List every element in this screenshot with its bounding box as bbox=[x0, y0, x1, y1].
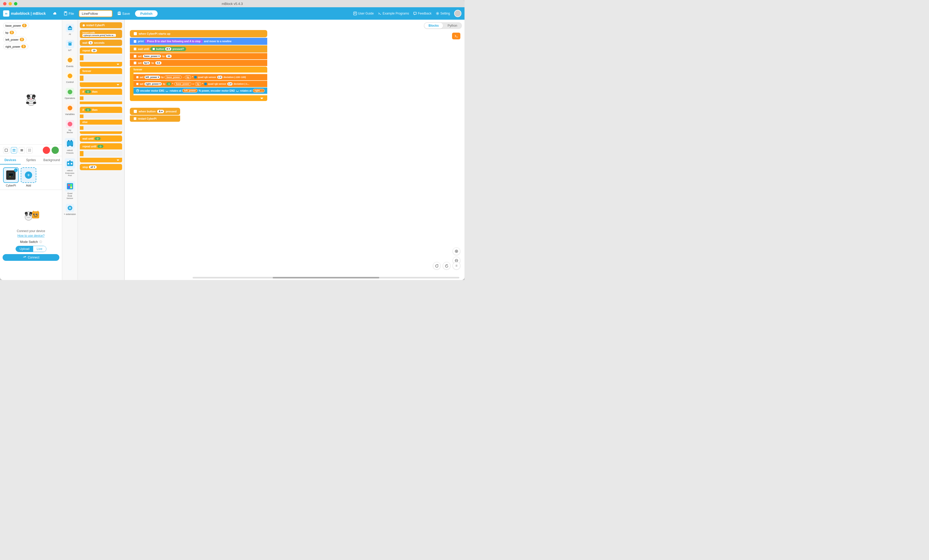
file-button[interactable]: File bbox=[61, 10, 76, 17]
block-print[interactable]: print Press B to start line following an… bbox=[130, 38, 267, 45]
panda-sprite bbox=[23, 91, 39, 107]
svg-point-19 bbox=[28, 103, 34, 106]
svg-rect-85 bbox=[134, 40, 136, 43]
cat-events[interactable]: Events bbox=[63, 54, 77, 70]
cyberpi-card[interactable]: × bbox=[3, 167, 19, 183]
reset-view-button[interactable] bbox=[433, 262, 441, 270]
block-set-right-power[interactable]: set right_power ▾ to -1 * base_power + k… bbox=[133, 81, 267, 87]
cat-operators[interactable]: Operators bbox=[63, 86, 77, 102]
close-button[interactable] bbox=[3, 2, 6, 5]
connect-button[interactable]: Connect bbox=[3, 254, 59, 261]
svg-point-39 bbox=[9, 176, 10, 177]
block-when-starts[interactable]: when CyberPi starts up bbox=[130, 30, 267, 37]
script-2: when button A ▾ pressed restart CyberPi bbox=[130, 108, 180, 122]
mode-buttons: Upload Live bbox=[15, 246, 46, 252]
block-forever-top[interactable]: forever bbox=[80, 68, 122, 74]
block-when-button-a[interactable]: when button A ▾ pressed bbox=[130, 108, 180, 115]
feedback-link[interactable]: Feedback bbox=[413, 12, 432, 15]
svg-point-16 bbox=[30, 98, 32, 100]
svg-rect-60 bbox=[69, 26, 71, 28]
block-set-base-power[interactable]: set base_power ▾ to 30 bbox=[130, 53, 267, 59]
cat-extension[interactable]: + extension bbox=[63, 202, 77, 218]
block-restart[interactable]: restart CyberPi bbox=[80, 22, 122, 28]
cat-mbot2-ext[interactable]: mBot2ExtensionPort bbox=[63, 156, 77, 179]
tab-sprites[interactable]: Sprites bbox=[21, 156, 41, 164]
cat-events-icon bbox=[66, 56, 74, 64]
var-name: left_power bbox=[5, 38, 19, 41]
cat-mbot2-chassis[interactable]: mBot2Chassis bbox=[63, 136, 77, 156]
block-repeat-until-top[interactable]: repeat until ◇ bbox=[80, 143, 122, 150]
tab-devices[interactable]: Devices bbox=[0, 156, 21, 164]
code-edit-button[interactable] bbox=[452, 33, 460, 39]
cat-control[interactable]: Control bbox=[63, 70, 77, 86]
cat-iot[interactable]: IoT bbox=[63, 38, 77, 54]
info-icon[interactable]: ⓘ bbox=[39, 240, 42, 244]
grid4-view-icon[interactable] bbox=[26, 147, 33, 153]
cyberpi-label: CyberPi bbox=[6, 184, 16, 187]
svg-rect-82 bbox=[70, 187, 72, 188]
run-button[interactable] bbox=[52, 147, 59, 154]
cat-mbot2-ext-label: mBot2ExtensionPort bbox=[65, 170, 74, 177]
block-if-then2[interactable]: if ◇ then bbox=[80, 107, 122, 113]
variable-kp[interactable]: kp 0 bbox=[3, 30, 16, 35]
tab-background[interactable]: Background bbox=[41, 156, 62, 164]
example-programs-link[interactable]: Example Programs bbox=[378, 12, 409, 15]
block-wait[interactable]: wait 1 seconds bbox=[80, 40, 122, 46]
cloud-button[interactable] bbox=[51, 10, 59, 17]
minimize-button[interactable] bbox=[9, 2, 12, 5]
block-restart-cyberpi[interactable]: restart CyberPi bbox=[130, 116, 180, 122]
upload-mode-btn[interactable]: Upload bbox=[16, 246, 33, 252]
maximize-button[interactable] bbox=[14, 2, 17, 5]
variable-right-power[interactable]: right_power 0 bbox=[3, 44, 28, 49]
fullscreen-button[interactable] bbox=[443, 262, 451, 270]
when-starts-label: when CyberPi starts up bbox=[139, 32, 170, 35]
block-repeat-top[interactable]: repeat 10 bbox=[80, 47, 122, 54]
svg-rect-71 bbox=[71, 140, 72, 142]
project-name-input[interactable] bbox=[79, 10, 112, 17]
svg-point-61 bbox=[69, 28, 70, 29]
add-device-button[interactable]: + bbox=[21, 167, 36, 183]
grid2-view-icon[interactable] bbox=[11, 147, 17, 153]
cat-ai[interactable]: AI bbox=[63, 22, 77, 38]
variable-base-power[interactable]: base_power 0 bbox=[3, 23, 29, 28]
canvas-area[interactable]: Blocks Python when CyberPi starts up pri… bbox=[125, 20, 464, 280]
var-value: 0 bbox=[22, 24, 27, 27]
single-view-icon[interactable] bbox=[3, 147, 9, 153]
stop-button[interactable] bbox=[43, 147, 50, 154]
list-view-icon[interactable] bbox=[19, 147, 25, 153]
tab-python[interactable]: Python bbox=[443, 23, 461, 29]
zoom-in-button[interactable] bbox=[452, 247, 460, 255]
tab-blocks[interactable]: Blocks bbox=[424, 23, 443, 29]
save-button[interactable]: Save bbox=[115, 10, 132, 17]
cat-quad-rgb[interactable]: QuadRGBSensor bbox=[63, 179, 77, 202]
cyberpi-close[interactable]: × bbox=[14, 168, 18, 172]
equals-button[interactable]: = bbox=[452, 262, 460, 270]
svg-rect-34 bbox=[28, 151, 29, 151]
user-guide-link[interactable]: User Guide bbox=[353, 12, 374, 15]
script-1: when CyberPi starts up print Press B to … bbox=[130, 30, 267, 101]
block-forever-label[interactable]: forever bbox=[130, 67, 267, 72]
cat-my-blocks[interactable]: MyBlocks bbox=[63, 118, 77, 136]
live-mode-btn[interactable]: Live bbox=[33, 246, 46, 252]
block-wait-until[interactable]: wait until ◇ bbox=[80, 135, 122, 142]
svg-point-67 bbox=[67, 106, 72, 110]
block-set-kp[interactable]: set kp ▾ to 0.5 bbox=[130, 60, 267, 66]
variable-left-power[interactable]: left_power 0 bbox=[3, 37, 26, 42]
block-encoder-motor[interactable]: encoder motor EM1 rotates at left_power … bbox=[133, 87, 267, 94]
how-to-use-link[interactable]: How to use device? bbox=[17, 234, 44, 237]
svg-rect-92 bbox=[136, 83, 138, 85]
svg-point-56 bbox=[37, 214, 38, 215]
setting-link[interactable]: Setting bbox=[436, 12, 450, 15]
cat-variables[interactable]: Variables bbox=[63, 102, 77, 118]
cat-variables-icon bbox=[66, 104, 74, 112]
svg-rect-23 bbox=[13, 150, 14, 151]
block-if-then[interactable]: if ◇ then bbox=[80, 89, 122, 95]
block-wait-until-b[interactable]: wait until button B ▾ pressed? bbox=[130, 45, 267, 53]
block-stop[interactable]: stop all ▾ bbox=[80, 164, 122, 170]
canvas-scrollbar[interactable] bbox=[193, 277, 459, 278]
publish-button[interactable]: Publish bbox=[135, 10, 158, 17]
user-avatar[interactable] bbox=[454, 10, 461, 17]
block-set-left-power[interactable]: set left_power ▾ to base_power - kp * qu… bbox=[133, 74, 267, 80]
add-device-item: + Add bbox=[21, 167, 36, 187]
block-insert-code[interactable]: insert code cyberpi.console.print("hello… bbox=[80, 30, 122, 38]
